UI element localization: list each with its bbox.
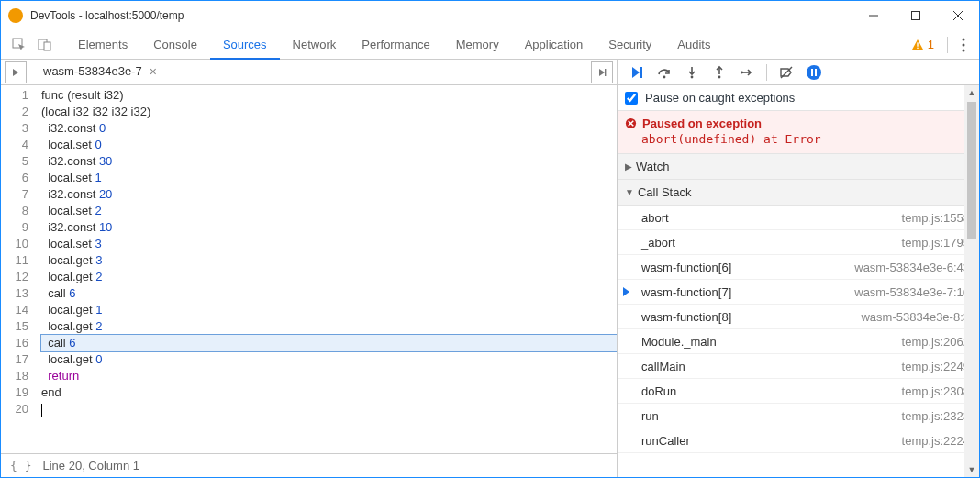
warning-count: 1 (928, 38, 934, 51)
code-line[interactable]: func (result i32) (41, 87, 617, 104)
code-line[interactable]: local.get 3 (41, 252, 617, 269)
frame-location: temp.js:2308 (902, 384, 970, 398)
scroll-down-icon[interactable]: ▼ (964, 462, 979, 477)
tab-memory[interactable]: Memory (443, 30, 512, 60)
pause-on-caught-checkbox[interactable] (625, 92, 638, 105)
frame-function: wasm-function[7] (641, 285, 731, 299)
frame-location: wasm-53834e3e-8:3 (861, 310, 970, 324)
frame-function: doRun (641, 384, 676, 398)
scrollbar[interactable]: ▲ ▼ (964, 85, 979, 477)
svg-rect-5 (917, 47, 918, 48)
file-tab-strip: wasm-53834e3e-7 × (1, 60, 617, 85)
callstack-frame[interactable]: aborttemp.js:1558 (618, 206, 979, 230)
tab-security[interactable]: Security (596, 30, 664, 60)
tab-application[interactable]: Application (512, 30, 596, 60)
svg-point-8 (963, 49, 965, 51)
tab-performance[interactable]: Performance (349, 30, 442, 60)
window-minimize-button[interactable] (852, 1, 895, 30)
callstack-frame[interactable]: doRuntemp.js:2308 (618, 379, 979, 404)
chevron-down-icon: ▼ (625, 187, 634, 197)
svg-rect-4 (917, 42, 918, 46)
callstack-frame[interactable]: _aborttemp.js:1795 (618, 230, 979, 255)
svg-point-6 (963, 38, 965, 40)
pause-on-caught-row[interactable]: Pause on caught exceptions (618, 85, 979, 111)
pause-on-exceptions-icon[interactable] (800, 60, 828, 85)
tab-network[interactable]: Network (280, 30, 350, 60)
code-line[interactable]: i32.const 30 (41, 153, 617, 170)
callstack-section-header[interactable]: ▼ Call Stack (618, 180, 979, 206)
window-maximize-button[interactable] (895, 1, 937, 30)
code-line[interactable]: local.set 0 (41, 137, 617, 153)
code-line[interactable]: call 6 (41, 285, 617, 302)
code-line[interactable]: i32.const 10 (41, 219, 617, 236)
scroll-up-icon[interactable]: ▲ (964, 85, 979, 100)
code-line[interactable]: local.set 3 (41, 236, 617, 252)
warning-badge[interactable]: 1 (911, 38, 934, 51)
svg-point-11 (663, 75, 666, 78)
navigator-toggle-icon[interactable] (5, 61, 27, 83)
tab-console[interactable]: Console (140, 30, 210, 60)
editor-status-bar: { } Line 20, Column 1 (1, 453, 617, 477)
code-line[interactable]: i32.const 0 (41, 120, 617, 137)
callstack-frame[interactable]: Module._maintemp.js:2062 (618, 329, 979, 354)
step-icon[interactable] (733, 60, 761, 85)
code-line[interactable]: end (41, 384, 617, 401)
kebab-menu-icon[interactable] (953, 38, 974, 52)
code-line[interactable]: i32.const 20 (41, 186, 617, 203)
code-line[interactable]: (local i32 i32 i32 i32) (41, 104, 617, 120)
step-into-icon[interactable] (678, 60, 706, 85)
callstack-label: Call Stack (638, 185, 692, 199)
callstack-frame[interactable]: wasm-function[7]wasm-53834e3e-7:16 (618, 280, 979, 305)
code-line[interactable]: local.get 2 (41, 318, 617, 335)
frame-function: _abort (641, 236, 675, 250)
frame-location: wasm-53834e3e-7:16 (854, 285, 970, 299)
callstack-frame[interactable]: runCallertemp.js:2224 (618, 428, 979, 453)
frame-location: temp.js:1558 (902, 211, 970, 225)
callstack-frame[interactable]: runtemp.js:2323 (618, 404, 979, 428)
watch-section-header[interactable]: ▶ Watch (618, 154, 979, 180)
tab-elements[interactable]: Elements (65, 30, 140, 60)
svg-rect-3 (44, 42, 50, 50)
frame-function: wasm-function[6] (641, 261, 731, 274)
svg-point-7 (963, 43, 965, 46)
scroll-thumb[interactable] (967, 102, 976, 239)
debugger-panel: Pause on caught exceptions Paused on exc… (618, 60, 979, 477)
file-tab[interactable]: wasm-53834e3e-7 × (34, 60, 166, 84)
callstack-frame[interactable]: wasm-function[8]wasm-53834e3e-8:3 (618, 305, 979, 329)
inspect-element-icon[interactable] (6, 32, 32, 58)
pretty-print-icon[interactable]: { } (10, 459, 31, 472)
debugger-sidebar-toggle-icon[interactable] (591, 61, 613, 83)
code-line[interactable]: local.set 1 (41, 170, 617, 186)
devtools-logo-icon (8, 8, 23, 23)
tab-sources[interactable]: Sources (210, 30, 280, 60)
svg-point-14 (741, 71, 743, 73)
callstack-frame[interactable]: callMaintemp.js:2249 (618, 354, 979, 379)
step-over-icon[interactable] (651, 60, 678, 85)
code-line[interactable] (41, 401, 617, 417)
pause-on-caught-label: Pause on caught exceptions (645, 91, 795, 105)
svg-point-12 (691, 75, 694, 78)
step-out-icon[interactable] (706, 60, 733, 85)
tab-audits[interactable]: Audits (664, 30, 723, 60)
code-editor[interactable]: 1234567891011121314151617181920 func (re… (1, 85, 617, 453)
code-line[interactable]: call 6 (41, 335, 617, 351)
frame-function: abort (641, 211, 669, 225)
window-title: DevTools - localhost:5000/temp (30, 9, 852, 22)
callstack-frame[interactable]: wasm-function[6]wasm-53834e3e-6:43 (618, 255, 979, 280)
exception-title: Paused on exception (642, 117, 762, 130)
watch-label: Watch (636, 160, 669, 173)
code-line[interactable]: local.get 2 (41, 269, 617, 285)
window-close-button[interactable] (937, 1, 979, 30)
deactivate-breakpoints-icon[interactable] (773, 60, 800, 85)
frame-location: temp.js:2249 (902, 360, 970, 373)
code-line[interactable]: local.get 1 (41, 302, 617, 318)
frame-location: temp.js:2323 (902, 409, 970, 423)
resume-icon[interactable] (623, 60, 651, 85)
frame-function: Module._main (641, 335, 717, 349)
code-line[interactable]: return (41, 368, 617, 384)
code-line[interactable]: local.set 2 (41, 203, 617, 219)
close-icon[interactable]: × (150, 64, 157, 79)
frame-function: wasm-function[8] (641, 310, 731, 324)
code-line[interactable]: local.get 0 (41, 351, 617, 368)
device-toggle-icon[interactable] (32, 32, 58, 58)
